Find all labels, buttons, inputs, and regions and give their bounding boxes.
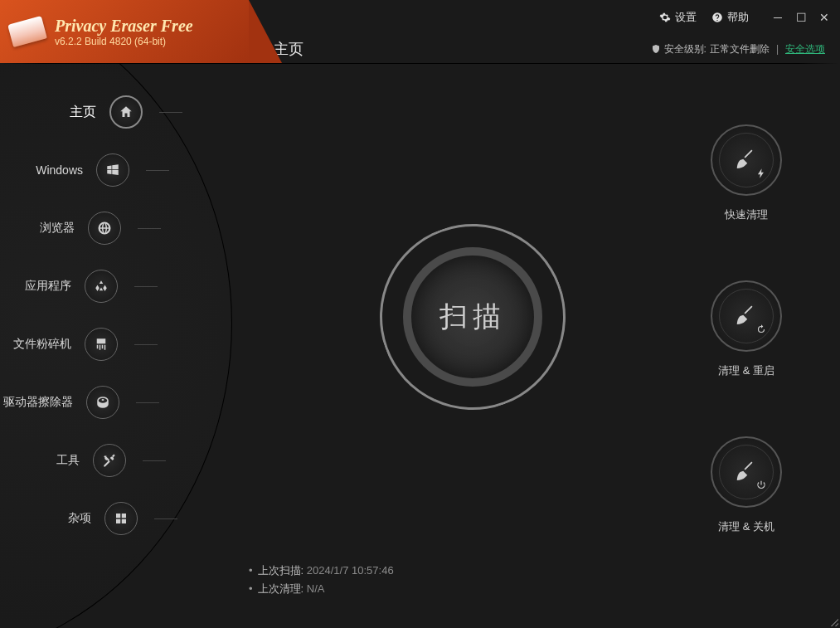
sidebar-item-label: 应用程序 [25,279,71,294]
power-icon [755,480,767,491]
security-prefix: 安全级别: [664,42,706,56]
security-options-link[interactable]: 安全选项 [785,42,825,56]
sidebar-item-applications[interactable]: 应用程序 [0,257,182,315]
sidebar-item-windows[interactable]: Windows [0,141,194,199]
scan-label: 扫描 [439,298,506,336]
sidebar: 主页 Windows 浏览器 应用程序 文件粉碎机 驱动器擦除器 工具 杂项 [0,83,216,548]
resize-grip[interactable] [828,616,838,626]
security-level: 正常文件删除 [710,42,770,56]
minimize-button[interactable]: ─ [772,12,784,23]
sidebar-item-label: 主页 [70,104,96,121]
app-title: Privacy Eraser Free [55,17,193,36]
sidebar-item-drive-wiper[interactable]: 驱动器擦除器 [0,373,184,431]
sidebar-item-label: 驱动器擦除器 [3,395,73,410]
shredder-icon [85,328,118,361]
app-logo: Privacy Eraser Free v6.2.2 Build 4820 (6… [0,0,249,63]
sidebar-item-label: 杂项 [68,511,91,526]
tools-icon [93,444,126,477]
maximize-button[interactable]: ☐ [795,12,807,23]
gear-icon [659,12,671,23]
settings-button[interactable]: 设置 [659,10,697,25]
sidebar-item-browsers[interactable]: 浏览器 [0,199,186,257]
sidebar-item-label: 文件粉碎机 [13,337,71,352]
home-icon [109,95,143,129]
help-label: 帮助 [727,10,749,25]
shield-icon [651,44,661,54]
sidebar-item-label: 浏览器 [40,221,75,236]
app-version: v6.2.2 Build 4820 (64-bit) [55,36,193,47]
clean-shutdown-button[interactable]: 清理 & 关机 [711,436,782,534]
sidebar-item-label: 工具 [56,453,80,468]
sidebar-item-label: Windows [36,163,83,177]
sidebar-item-shredder[interactable]: 文件粉碎机 [0,315,182,373]
security-status: 安全级别: 正常文件删除 | 安全选项 [651,42,825,56]
settings-label: 设置 [675,10,697,25]
status-info: •上次扫描: 2024/1/7 10:57:46 •上次清理: N/A [249,562,394,598]
clean-restart-button[interactable]: 清理 & 重启 [711,280,782,378]
globe-icon [88,212,121,245]
windows-icon [96,153,129,187]
last-clean-value: N/A [307,582,325,595]
quick-clean-button[interactable]: 快速清理 [711,124,782,222]
bolt-icon [755,168,767,179]
question-icon [711,12,723,23]
scan-button-wrap: 扫描 [380,224,566,410]
last-scan-value: 2024/1/7 10:57:46 [307,564,394,577]
sidebar-item-tools[interactable]: 工具 [0,431,191,489]
sidebar-item-misc[interactable]: 杂项 [0,489,202,548]
clean-restart-label: 清理 & 重启 [718,363,774,378]
grid-icon [104,502,138,535]
help-button[interactable]: 帮助 [711,10,749,25]
scan-button[interactable]: 扫描 [403,247,542,387]
refresh-icon [755,324,767,335]
quick-clean-label: 快速清理 [725,207,768,222]
last-scan-label: 上次扫描: [258,564,304,577]
eraser-icon [7,16,47,47]
last-clean-label: 上次清理: [258,582,304,595]
drive-icon [86,386,119,419]
clean-shutdown-label: 清理 & 关机 [718,519,774,534]
close-button[interactable]: ✕ [818,12,830,23]
app-icon [85,270,118,303]
sidebar-item-home[interactable]: 主页 [0,83,207,141]
